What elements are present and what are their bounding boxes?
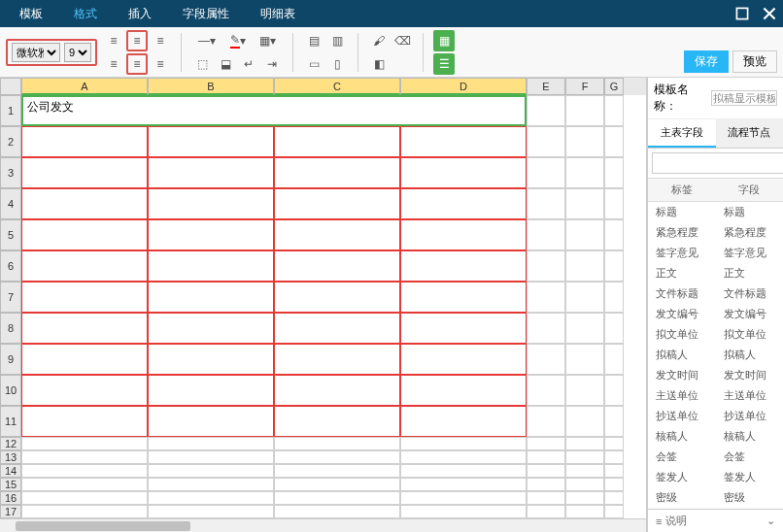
col-header-A[interactable]: A — [21, 78, 148, 95]
cell[interactable] — [21, 126, 148, 157]
cell[interactable] — [527, 157, 565, 188]
field-row[interactable]: 发文编号发文编号 — [648, 304, 783, 324]
spreadsheet[interactable]: ABCDEFG 1234567891011121314151617 公司发文 — [0, 78, 647, 532]
field-search-input[interactable] — [652, 152, 783, 174]
cell[interactable] — [400, 157, 527, 188]
unmerge-button[interactable]: ⬓ — [215, 53, 236, 75]
col-header-C[interactable]: C — [274, 78, 400, 95]
field-row[interactable]: 拟稿人拟稿人 — [648, 345, 783, 365]
cell[interactable] — [274, 491, 400, 505]
cell[interactable] — [400, 505, 527, 518]
cell[interactable] — [604, 126, 624, 157]
cell[interactable] — [148, 282, 274, 313]
field-row[interactable]: 发文时间发文时间 — [648, 365, 783, 385]
format-painter-icon[interactable]: 🖌 — [368, 30, 390, 51]
menu-tab-4[interactable]: 明细表 — [245, 0, 311, 28]
cell[interactable] — [604, 478, 624, 491]
cell[interactable] — [604, 250, 624, 282]
row-header[interactable]: 16 — [0, 491, 21, 505]
cell[interactable] — [148, 219, 274, 250]
cell[interactable] — [21, 406, 148, 437]
field-row[interactable]: 核稿人核稿人 — [648, 426, 783, 447]
align-center-icon[interactable]: ≡ — [126, 53, 148, 75]
cell[interactable] — [604, 219, 624, 250]
cell[interactable] — [274, 344, 400, 375]
wrap-button[interactable]: ↵ — [238, 53, 259, 75]
cell[interactable] — [274, 450, 400, 464]
cell[interactable] — [274, 188, 400, 219]
cell[interactable] — [400, 219, 527, 250]
align-middle-icon[interactable]: ≡ — [126, 30, 148, 51]
cell[interactable] — [565, 505, 604, 518]
cell[interactable] — [21, 437, 148, 450]
cell[interactable] — [148, 375, 274, 406]
field-row[interactable]: 密级密级 — [648, 487, 783, 508]
align-bottom-icon[interactable]: ≡ — [150, 30, 171, 51]
cell[interactable] — [400, 464, 527, 478]
cell[interactable] — [148, 344, 274, 375]
col-header-E[interactable]: E — [527, 78, 565, 95]
col-header-D[interactable]: D — [400, 78, 527, 95]
side-tab-0[interactable]: 主表字段 — [648, 119, 716, 148]
row-header[interactable]: 14 — [0, 464, 21, 478]
align-left-icon[interactable]: ≡ — [103, 53, 124, 75]
row-header[interactable]: 1 — [0, 95, 21, 126]
cell[interactable] — [565, 313, 604, 344]
cell[interactable] — [527, 344, 565, 375]
cell[interactable] — [527, 219, 565, 250]
merge-button[interactable]: ⬚ — [191, 53, 213, 75]
field-row[interactable]: 标题标题 — [648, 202, 783, 222]
row-header[interactable]: 5 — [0, 219, 21, 250]
cell[interactable] — [604, 375, 624, 406]
cell[interactable] — [274, 157, 400, 188]
menu-tab-0[interactable]: 模板 — [4, 0, 58, 28]
cell[interactable] — [400, 375, 527, 406]
cell[interactable] — [274, 505, 400, 518]
delete-row-icon[interactable]: ▭ — [303, 53, 324, 75]
cell[interactable] — [148, 157, 274, 188]
delete-col-icon[interactable]: ▯ — [326, 53, 348, 75]
cell[interactable] — [400, 126, 527, 157]
cell[interactable] — [21, 464, 148, 478]
row-header[interactable]: 4 — [0, 188, 21, 219]
cell[interactable] — [527, 188, 565, 219]
cell[interactable] — [527, 464, 565, 478]
list-mode-icon[interactable]: ☰ — [433, 53, 455, 75]
border-bottom-icon[interactable]: —▾ — [191, 30, 222, 51]
save-button[interactable]: 保存 — [684, 50, 729, 73]
cell[interactable] — [21, 491, 148, 505]
cell[interactable] — [527, 375, 565, 406]
cell[interactable] — [527, 95, 565, 126]
cell[interactable] — [565, 406, 604, 437]
cell[interactable] — [274, 126, 400, 157]
cell[interactable] — [400, 282, 527, 313]
field-row[interactable]: 主送单位主送单位 — [648, 385, 783, 406]
cell[interactable] — [148, 450, 274, 464]
menu-tab-2[interactable]: 插入 — [113, 0, 167, 28]
field-row[interactable]: 签字意见签字意见 — [648, 243, 783, 263]
cell[interactable] — [527, 478, 565, 491]
cell[interactable] — [565, 450, 604, 464]
row-header[interactable]: 17 — [0, 505, 21, 518]
cell[interactable] — [400, 478, 527, 491]
cell[interactable] — [274, 250, 400, 282]
field-row[interactable]: 正文正文 — [648, 263, 783, 283]
cell[interactable] — [400, 406, 527, 437]
cell[interactable] — [604, 282, 624, 313]
eraser-icon[interactable]: ◧ — [368, 53, 390, 75]
clear-format-icon[interactable]: ⌫ — [392, 30, 413, 51]
cell[interactable] — [274, 219, 400, 250]
select-all-corner[interactable] — [0, 78, 21, 95]
cell[interactable] — [274, 406, 400, 437]
cell[interactable] — [565, 464, 604, 478]
cell[interactable] — [148, 478, 274, 491]
cell[interactable] — [400, 250, 527, 282]
row-header[interactable]: 10 — [0, 375, 21, 406]
row-header[interactable]: 7 — [0, 282, 21, 313]
cell-a1-merged[interactable]: 公司发文 — [21, 95, 527, 126]
table-mode-icon[interactable]: ▦ — [433, 30, 455, 51]
preview-button[interactable]: 预览 — [732, 50, 777, 73]
cell[interactable] — [527, 505, 565, 518]
row-header[interactable]: 9 — [0, 344, 21, 375]
align-right-icon[interactable]: ≡ — [150, 53, 171, 75]
